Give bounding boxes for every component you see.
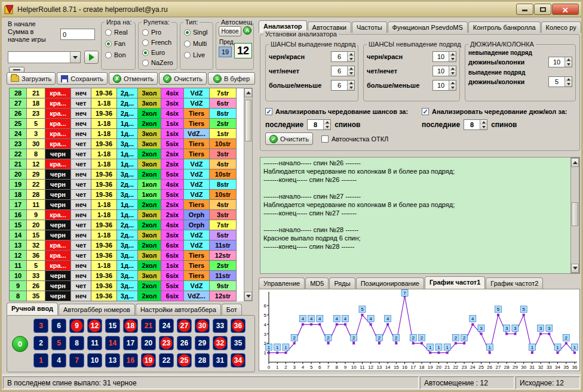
tab-freq-chart2[interactable]: График частот2 [486,277,543,289]
board-number-7[interactable]: 7 [69,353,84,368]
radio-euro[interactable]: Euro [142,48,173,57]
radio-fan[interactable]: Fan [105,39,128,48]
board-number-23[interactable]: 23 [159,336,174,350]
board-number-6[interactable]: 6 [51,319,66,333]
chances-spins-spinner[interactable]: 8 [307,119,331,130]
spinner-up-icon[interactable] [565,77,572,82]
play-button[interactable] [84,51,99,64]
tab-number-grabber[interactable]: Автограббер номеров [59,304,135,315]
dozens-spins-spinner[interactable]: 8 [464,119,487,130]
log-scrollbar[interactable] [570,158,579,273]
board-number-28[interactable]: 28 [195,353,210,368]
table-row[interactable]: 1415черннеч1-182д...3кол3sixVdZ5str [10,230,244,240]
spinner-up-icon[interactable] [449,52,456,57]
spinner-up-icon[interactable] [348,52,354,57]
radio-pro[interactable]: Pro [142,27,173,37]
high-low-miss-spinner[interactable]: 10 [432,80,456,91]
scroll-thumb[interactable] [245,100,251,141]
spinner-down-icon[interactable] [348,57,354,61]
buffer-button[interactable]: ≡В буфер [208,72,255,85]
board-number-35[interactable]: 35 [231,336,246,350]
table-row[interactable]: 255кра...неч1-181д...2кол1sixTiers2str [10,119,244,129]
board-number-19[interactable]: 19 [141,353,156,368]
spinner-up-icon[interactable] [449,81,456,85]
board-number-34[interactable]: 34 [231,353,246,368]
tab-grabber-settings[interactable]: Настройки автограббера [136,304,221,315]
radio-french[interactable]: French [142,38,173,47]
scroll-down-icon[interactable] [244,292,252,301]
tab-freq-chart1[interactable]: График частот1 [425,276,485,289]
spinner-down-icon[interactable] [449,85,456,90]
scroll-up-icon[interactable] [571,158,579,167]
board-number-1[interactable]: 1 [33,353,48,368]
close-button[interactable] [552,4,579,15]
table-row[interactable]: 115кра...неч1-181д...2кол1sixTiers2str [10,261,244,271]
even-odd-hit-spinner[interactable]: 6 [331,66,355,76]
black-red-hit-spinner[interactable]: 6 [331,51,355,62]
table-row[interactable]: 228чернчет1-181д...2кол2sixTiers3str [10,149,244,159]
high-low-hit-spinner[interactable]: 6 [331,80,355,91]
board-number-16[interactable]: 16 [123,353,138,368]
spinner-down-icon[interactable] [480,125,487,129]
board-number-9[interactable]: 9 [69,319,84,333]
radio-multi[interactable]: Multi [184,39,207,48]
spinner-up-icon[interactable] [480,120,487,125]
radio-bon[interactable]: Bon [105,50,128,60]
radio-real[interactable]: Real [105,27,128,37]
board-number-21[interactable]: 21 [141,319,156,333]
radio-singl[interactable]: Singl [184,27,207,37]
radio-live[interactable]: Live [184,50,207,60]
board-number-32[interactable]: 32 [213,336,228,350]
board-number-36[interactable]: 36 [231,319,246,333]
board-number-20[interactable]: 20 [141,336,156,350]
radio-nazero[interactable]: NaZero [142,58,173,67]
table-row[interactable]: 835черннеч19-363д...2кол6sixVdZ...12str [10,291,244,301]
table-row[interactable]: 1033черннеч19-363д...3кол6sixTiers11str [10,271,244,281]
board-number-10[interactable]: 10 [87,353,102,368]
maximize-button[interactable] [534,4,551,15]
autoclear-row[interactable]: Автоочистка ОТКЛ [321,134,388,144]
tab-bot[interactable]: Бот [222,304,242,315]
analyze-dozens-checkbox[interactable]: ✓ [422,108,429,115]
table-row[interactable]: 926чернчет19-363д...2кол5sixVdZ9str [10,281,244,291]
tab-control[interactable]: Управление [259,277,305,289]
board-number-13[interactable]: 13 [105,353,120,368]
clear-button[interactable]: ✓Очистить [159,72,207,85]
new-button[interactable]: Новое [219,26,241,36]
spinner-down-icon[interactable] [449,57,456,61]
table-row[interactable]: 1520чернчет19-362д...2кол4sixOrph7str [10,220,244,230]
analyze-chances-checkbox[interactable]: ✓ [265,108,272,115]
spinner-down-icon[interactable] [324,125,330,129]
board-number-17[interactable]: 17 [123,336,138,350]
board-number-24[interactable]: 24 [159,319,174,333]
spinner-up-icon[interactable] [449,66,456,71]
table-row[interactable]: 2330кра...чет19-363д...3кол5sixTiers10st… [10,139,244,149]
spinner-down-icon[interactable] [348,71,354,76]
table-row[interactable]: 2112кра...чет1-181д...3кол2sixVdZ4str [10,159,244,169]
spinner-up-icon[interactable] [348,81,354,85]
scroll-down-icon[interactable] [571,264,579,273]
board-number-29[interactable]: 29 [195,336,210,350]
cancel-button[interactable]: ✗Отменить [109,72,158,85]
scroll-thumb[interactable] [572,202,578,226]
spinner-up-icon[interactable] [348,66,354,71]
board-number-0[interactable]: 0 [12,336,28,352]
board-number-3[interactable]: 3 [33,319,48,333]
tab-frequencies[interactable]: Частоты [352,21,387,33]
spinner-up-icon[interactable] [324,120,330,125]
table-scrollbar[interactable] [244,88,253,301]
tab-wheel[interactable]: Колесо ру [541,21,581,33]
board-number-18[interactable]: 18 [123,319,138,333]
board-number-27[interactable]: 27 [177,319,192,333]
board-number-4[interactable]: 4 [51,353,66,368]
board-number-2[interactable]: 2 [33,336,48,350]
board-number-8[interactable]: 8 [69,336,84,350]
spinner-down-icon[interactable] [565,62,572,67]
board-number-26[interactable]: 26 [177,336,192,350]
spinner-down-icon[interactable] [565,82,572,87]
spinner-down-icon[interactable] [348,85,354,90]
tab-positioning[interactable]: Позиционирование [356,277,424,289]
table-row[interactable]: 2718кра...чет1-182д...3кол3sixVdZ6str [10,98,244,109]
autoclear-checkbox[interactable] [321,135,329,143]
tab-md5[interactable]: MD5 [305,277,329,289]
